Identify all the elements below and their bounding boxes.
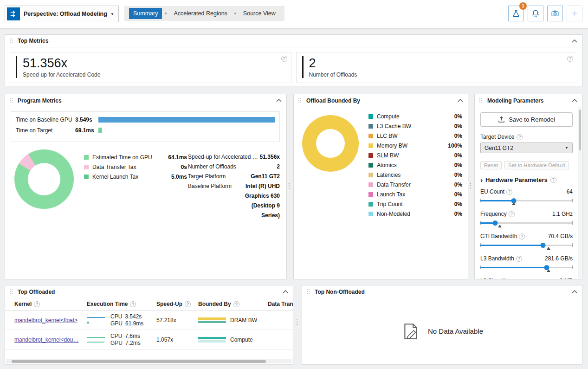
- baseline-bar: [98, 117, 275, 123]
- help-icon[interactable]: ?: [567, 56, 573, 62]
- kernel-link[interactable]: mandelbrot_kernel<float>: [14, 317, 78, 324]
- bar-row-baseline: Time on Baseline GPU 3.549s: [16, 117, 275, 123]
- help-icon[interactable]: ?: [509, 211, 515, 217]
- metric-value: 2: [309, 56, 573, 70]
- slider-l3-size: L3 Size ? 3 MB: [480, 278, 573, 279]
- add-button[interactable]: +: [567, 6, 582, 21]
- splitter-handle[interactable]: [297, 319, 297, 325]
- legend-swatch: [368, 143, 373, 148]
- drag-handle-icon[interactable]: [10, 97, 13, 104]
- collapse-chevron-icon[interactable]: [458, 99, 463, 102]
- snapshot-camera-button[interactable]: [547, 6, 563, 21]
- horizontal-scrollbar[interactable]: [6, 359, 292, 363]
- panel-title: Top Non-Offloaded: [315, 289, 365, 295]
- tab-summary[interactable]: Summary: [129, 8, 162, 19]
- bell-icon: [531, 9, 540, 18]
- empty-document-icon: [401, 322, 420, 341]
- help-icon[interactable]: ?: [550, 177, 556, 183]
- default-marker-icon: [498, 225, 502, 227]
- panel-top-non-offloaded: Top Non-Offloaded No Data Available: [302, 285, 582, 365]
- camera-icon: [551, 9, 559, 18]
- execution-time-mini-chart: [87, 317, 106, 324]
- help-icon[interactable]: ?: [233, 301, 239, 307]
- help-icon[interactable]: ?: [130, 301, 136, 307]
- panel-header: Program Metrics: [5, 94, 286, 107]
- slider-handle[interactable]: [492, 220, 498, 226]
- upload-icon: [498, 116, 505, 123]
- slider-value: 1.1 GHz: [552, 211, 573, 217]
- toolbar-actions: 1 +: [508, 6, 582, 21]
- drag-handle-icon[interactable]: [298, 97, 302, 104]
- slider-track[interactable]: [480, 198, 573, 206]
- slider-handle[interactable]: [544, 265, 549, 270]
- fact-row: Speed-up for Accelerated … 51.356x: [188, 152, 280, 162]
- help-icon[interactable]: ?: [506, 189, 512, 195]
- legend-row: SLM BW 0%: [368, 150, 462, 160]
- drag-handle-icon[interactable]: [10, 38, 13, 44]
- drag-handle-icon[interactable]: [479, 97, 483, 104]
- fact-row: Baseline Platform Intel (R) UHD Graphics…: [188, 181, 280, 220]
- legend-row: LLC BW 0%: [368, 131, 462, 141]
- perspective-selector[interactable]: Perspective: Offload Modeling ▼: [5, 6, 119, 22]
- panel-header: Modeling Parameters: [475, 94, 582, 107]
- default-marker-icon: [547, 247, 550, 250]
- collapse-chevron-icon[interactable]: [572, 39, 577, 43]
- legend-row: Atomics 0%: [368, 160, 462, 170]
- bounded-by-mini-chart: [198, 317, 226, 323]
- legend-swatch: [368, 163, 373, 168]
- help-icon[interactable]: ?: [517, 134, 523, 140]
- help-icon[interactable]: ?: [516, 256, 522, 262]
- legend-swatch: [368, 173, 373, 177]
- time-bars-chart: Time on Baseline GPU 3.549s Time on Targ…: [11, 111, 280, 142]
- slider-handle[interactable]: [511, 198, 516, 203]
- bar-label: Time on Baseline GPU: [16, 117, 75, 123]
- slider-value: 3 MB: [560, 278, 573, 279]
- help-icon[interactable]: ?: [185, 301, 191, 307]
- legend-row: L3 Cache BW 0%: [368, 121, 462, 131]
- help-icon[interactable]: ?: [519, 233, 525, 240]
- legend-row: Compute 0%: [368, 111, 462, 121]
- help-icon[interactable]: ?: [501, 278, 507, 280]
- save-to-remodel-button[interactable]: Save to Remodel: [480, 112, 573, 127]
- legend-row: Trip Count 0%: [368, 199, 462, 209]
- legend-swatch: [368, 202, 373, 207]
- fact-row: Number of Offloads 2: [188, 162, 280, 172]
- panel-program-metrics: Program Metrics Time on Baseline GPU 3.5…: [5, 94, 287, 279]
- slider-track[interactable]: [480, 242, 573, 250]
- slider-track[interactable]: [480, 220, 573, 228]
- speedup-cell: 57.218x: [156, 317, 198, 324]
- help-icon[interactable]: ?: [34, 301, 40, 307]
- remodel-flask-button[interactable]: 1: [508, 6, 524, 21]
- collapse-chevron-icon[interactable]: [572, 99, 577, 102]
- slider-frequency: Frequency ? 1.1 GHz: [480, 211, 573, 228]
- drag-handle-icon[interactable]: [10, 289, 13, 295]
- scrollbar-thumb[interactable]: [579, 110, 581, 150]
- scrollbar-thumb[interactable]: [12, 360, 266, 363]
- hardware-parameters-header[interactable]: › Hardware Parameters ?: [480, 176, 573, 183]
- splitter-handle[interactable]: [470, 183, 471, 189]
- plus-icon: +: [572, 9, 577, 18]
- vertical-scrollbar[interactable]: [578, 107, 582, 278]
- tab-accelerated-regions[interactable]: Accelerated Regions: [169, 8, 231, 19]
- panel-offload-bounded-by: Offload Bounded By Compute 0% L3 Cache B…: [293, 94, 468, 279]
- tab-source-view[interactable]: Source View: [239, 8, 280, 19]
- panel-header: Offload Bounded By: [294, 94, 468, 107]
- legend-swatch: [84, 165, 89, 169]
- collapse-chevron-icon[interactable]: [276, 99, 282, 102]
- bounded-by-cell: Compute: [198, 337, 268, 343]
- legend-row: Memory BW 100%: [368, 141, 462, 150]
- notifications-bell-button[interactable]: [528, 6, 543, 21]
- collapse-chevron-icon[interactable]: [572, 290, 577, 293]
- collapse-chevron-icon[interactable]: [283, 290, 288, 293]
- metric-card-speedup: 51.356x Speed-up for Accelerated Code ?: [10, 52, 291, 83]
- slider-track[interactable]: [480, 265, 573, 272]
- help-icon[interactable]: ?: [281, 56, 287, 62]
- reset-button[interactable]: Reset: [480, 161, 502, 169]
- drag-handle-icon[interactable]: [307, 289, 310, 295]
- kernel-link[interactable]: mandelbrot_kernel<dou…: [14, 337, 78, 343]
- set-hardware-default-button[interactable]: Set to Hardware Default: [504, 161, 569, 169]
- target-device-select[interactable]: Gen11 GT2 ▼: [480, 142, 573, 153]
- chevron-down-icon: ▼: [565, 146, 569, 150]
- splitter-handle[interactable]: [289, 183, 290, 189]
- slider-handle[interactable]: [541, 243, 546, 248]
